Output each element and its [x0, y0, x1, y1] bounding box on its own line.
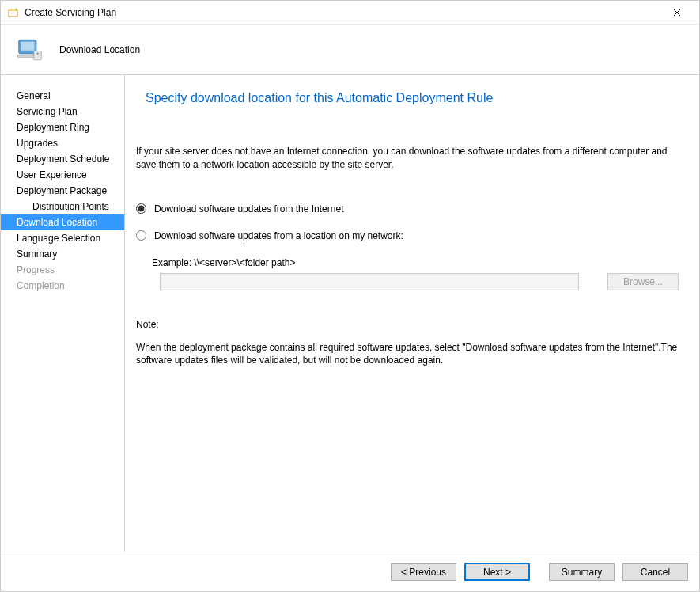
sidebar: GeneralServicing PlanDeployment RingUpgr… — [1, 75, 125, 552]
sidebar-item-user-experience[interactable]: User Experience — [1, 167, 124, 183]
path-input — [160, 273, 579, 290]
example-label: Example: \\<server>\<folder path> — [152, 257, 679, 268]
header-title: Download Location — [59, 44, 140, 55]
radio-internet[interactable] — [136, 203, 146, 214]
titlebar: Create Servicing Plan — [1, 1, 699, 25]
radio-network-label: Download software updates from a locatio… — [154, 230, 403, 241]
close-button[interactable] — [661, 2, 693, 24]
summary-button[interactable]: Summary — [549, 563, 615, 581]
sidebar-item-download-location[interactable]: Download Location — [1, 214, 124, 230]
wizard-body: GeneralServicing PlanDeployment RingUpgr… — [1, 75, 699, 552]
radio-network[interactable] — [136, 230, 146, 241]
sidebar-item-language-selection[interactable]: Language Selection — [1, 230, 124, 246]
content-panel: Specify download location for this Autom… — [125, 75, 699, 552]
svg-rect-3 — [21, 41, 34, 50]
svg-rect-5 — [34, 51, 42, 59]
next-button[interactable]: Next > — [464, 563, 530, 581]
note-section: Note: When the deployment package contai… — [136, 319, 679, 366]
sidebar-item-completion: Completion — [1, 278, 124, 294]
radio-internet-row[interactable]: Download software updates from the Inter… — [136, 203, 679, 214]
page-heading: Specify download location for this Autom… — [146, 91, 679, 105]
wizard-icon — [7, 6, 20, 19]
path-row: Browse... — [160, 273, 679, 290]
sidebar-item-servicing-plan[interactable]: Servicing Plan — [1, 104, 124, 120]
example-section: Example: \\<server>\<folder path> Browse… — [152, 257, 679, 290]
note-text: When the deployment package contains all… — [136, 341, 679, 366]
sidebar-item-progress: Progress — [1, 262, 124, 278]
radio-internet-label: Download software updates from the Inter… — [154, 203, 343, 214]
sidebar-item-deployment-package[interactable]: Deployment Package — [1, 183, 124, 199]
previous-button[interactable]: < Previous — [391, 563, 456, 581]
radio-network-row[interactable]: Download software updates from a locatio… — [136, 230, 679, 241]
cancel-button[interactable]: Cancel — [622, 563, 688, 581]
svg-point-6 — [36, 52, 38, 54]
sidebar-item-deployment-ring[interactable]: Deployment Ring — [1, 120, 124, 135]
computer-icon — [15, 35, 45, 65]
titlebar-title: Create Servicing Plan — [25, 7, 661, 18]
header-banner: Download Location — [1, 25, 699, 75]
note-label: Note: — [136, 319, 679, 330]
sidebar-item-general[interactable]: General — [1, 88, 124, 104]
radio-group: Download software updates from the Inter… — [136, 203, 679, 290]
browse-button: Browse... — [607, 273, 679, 290]
sidebar-item-upgrades[interactable]: Upgrades — [1, 135, 124, 151]
sidebar-item-summary[interactable]: Summary — [1, 246, 124, 262]
sidebar-item-distribution-points[interactable]: Distribution Points — [1, 199, 124, 214]
intro-text: If your site server does not have an Int… — [136, 145, 679, 172]
sidebar-item-deployment-schedule[interactable]: Deployment Schedule — [1, 151, 124, 167]
footer: < Previous Next > Summary Cancel — [1, 552, 699, 591]
